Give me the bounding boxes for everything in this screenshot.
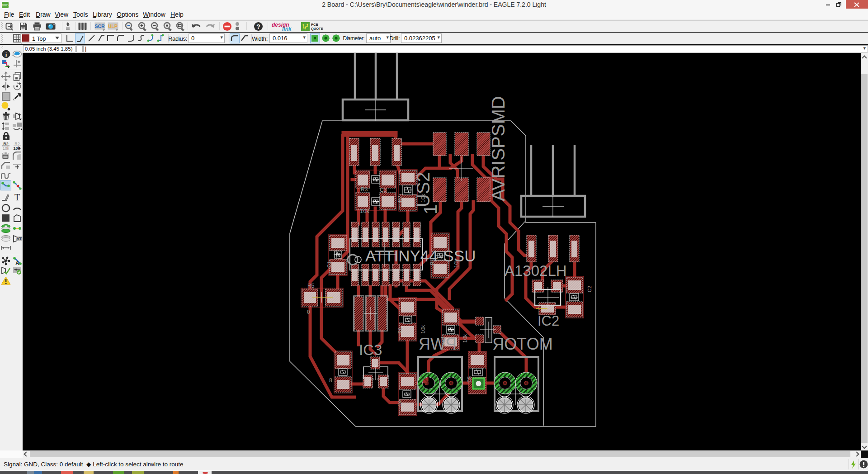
svg-text:10k: 10k xyxy=(453,259,460,268)
svg-text:R3: R3 xyxy=(361,186,368,193)
svg-text:R2: R2 xyxy=(397,196,402,202)
svg-text:i: i xyxy=(5,51,7,57)
svg-text:T: T xyxy=(14,193,20,201)
svg-text:QUOTE: QUOTE xyxy=(311,27,323,31)
svg-text:AVRISPSMD: AVRISPSMD xyxy=(488,96,508,201)
svg-text:BRD: BRD xyxy=(2,4,9,7)
svg-text:C5: C5 xyxy=(467,376,472,383)
svg-text:C3: C3 xyxy=(380,187,387,193)
svg-text:R4: R4 xyxy=(440,337,445,343)
svg-text:IC2: IC2 xyxy=(538,313,559,329)
svg-text:ULP: ULP xyxy=(108,24,118,29)
svg-text:C2: C2 xyxy=(587,286,592,292)
svg-text:R2: R2 xyxy=(3,142,9,146)
svg-text:C1: C1 xyxy=(326,261,332,268)
svg-text:10k: 10k xyxy=(420,194,426,203)
svg-text:1: 1 xyxy=(420,204,440,214)
svg-text:A: A xyxy=(15,260,19,265)
svg-text:AT: AT xyxy=(16,237,22,241)
svg-text:8: 8 xyxy=(329,377,332,384)
svg-text:SCR: SCR xyxy=(94,24,105,29)
svg-text:R1: R1 xyxy=(429,259,435,265)
svg-text:0: 0 xyxy=(307,309,310,315)
svg-text:IC3: IC3 xyxy=(359,341,382,358)
svg-text:10k: 10k xyxy=(3,146,9,150)
svg-text:PWR: PWR xyxy=(419,335,457,353)
svg-text:R6: R6 xyxy=(397,327,403,334)
svg-text:10k: 10k xyxy=(360,208,369,214)
svg-text:MOTOR: MOTOR xyxy=(492,335,552,353)
svg-text:R5: R5 xyxy=(307,283,315,289)
svg-text:10k: 10k xyxy=(462,334,468,343)
svg-text:A1302LH: A1302LH xyxy=(505,262,567,279)
svg-text:C4: C4 xyxy=(397,400,402,407)
svg-text:R2: R2 xyxy=(14,142,20,146)
svg-text:?: ? xyxy=(256,23,260,30)
svg-text:10k: 10k xyxy=(420,325,426,334)
svg-text:PCB: PCB xyxy=(311,23,318,27)
svg-text:link: link xyxy=(282,26,292,32)
